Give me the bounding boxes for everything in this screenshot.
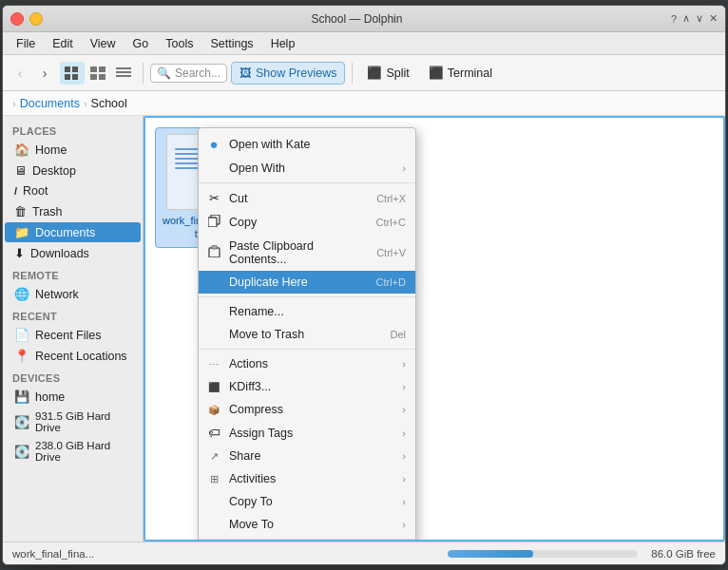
sidebar-item-recent-locations[interactable]: 📍 Recent Locations (5, 346, 141, 366)
ctx-shortcut: Ctrl+D (376, 276, 406, 288)
sidebar-item-home[interactable]: 🏠 Home (5, 140, 141, 160)
breadcrumb: › Documents › School (3, 91, 725, 116)
ctx-sep-2 (199, 296, 415, 297)
ctx-share[interactable]: ↗ Share › (199, 445, 415, 467)
menu-view[interactable]: View (83, 35, 124, 52)
sidebar-item-label: Recent Locations (35, 350, 127, 363)
ctx-move-to-trash[interactable]: Move to Trash Del (199, 323, 415, 346)
terminal-button[interactable]: ⬛ Terminal (421, 62, 500, 84)
ctx-label: Rename... (229, 305, 406, 318)
ctx-shortcut: Ctrl+V (376, 247, 406, 258)
recent-files-icon: 📄 (14, 328, 29, 342)
cut-icon: ✂ (206, 191, 221, 205)
ctx-rename[interactable]: Rename... (199, 300, 415, 323)
sidebar-item-root[interactable]: / Root (5, 181, 141, 200)
window-controls (10, 12, 43, 26)
recent-locations-icon: 📍 (14, 349, 29, 363)
ctx-activities[interactable]: ⊞ Activities › (199, 467, 415, 490)
title-bar: School — Dolphin ? ∧ ∨ ✕ (3, 6, 725, 32)
breadcrumb-documents[interactable]: Documents (20, 97, 80, 110)
back-button[interactable]: ‹ (9, 62, 31, 85)
sidebar-item-home-device[interactable]: 💾 home (5, 387, 141, 407)
menu-help[interactable]: Help (263, 35, 303, 52)
assign-tags-icon: 🏷 (206, 426, 221, 440)
ctx-label: KDiff3... (229, 380, 394, 393)
content-area: work_final_final.txt work_fin (144, 116, 725, 542)
help-icon[interactable]: ? (671, 13, 677, 25)
main-area: Places 🏠 Home 🖥 Desktop / Root 🗑 Trash 📁… (3, 116, 725, 542)
sidebar-item-238-drive[interactable]: 💽 238.0 GiB Hard Drive (5, 437, 141, 466)
chevron-down-icon[interactable]: ∨ (696, 12, 703, 25)
toolbar-sep-1 (143, 63, 144, 84)
submenu-arrow: › (402, 450, 406, 462)
sidebar-item-label: 238.0 GiB Hard Drive (35, 440, 131, 463)
sidebar-item-network[interactable]: 🌐 Network (5, 284, 141, 304)
ctx-move-to[interactable]: Move To › (199, 513, 415, 536)
menu-file[interactable]: File (9, 35, 43, 52)
ctx-duplicate-here[interactable]: Duplicate Here Ctrl+D (199, 271, 415, 294)
copy-icon (206, 215, 221, 230)
sidebar-item-931-drive[interactable]: 💽 931.5 GiB Hard Drive (5, 408, 141, 436)
svg-rect-3 (72, 74, 78, 80)
ctx-actions[interactable]: ⋯ Actions › (199, 352, 415, 375)
show-previews-icon: 🖼 (239, 66, 252, 80)
sidebar-section-devices: Devices (3, 367, 143, 386)
minimize-button[interactable] (29, 12, 43, 26)
split-button[interactable]: ⬛ Split (359, 62, 416, 84)
ctx-open-with[interactable]: Open With › (199, 157, 415, 180)
trash-icon: 🗑 (14, 204, 27, 218)
title-bar-right: ? ∧ ∨ ✕ (671, 12, 718, 25)
svg-rect-4 (90, 66, 97, 72)
forward-button[interactable]: › (33, 62, 56, 85)
actions-icon: ⋯ (206, 359, 221, 370)
menu-settings[interactable]: Settings (202, 35, 260, 52)
submenu-arrow: › (402, 473, 406, 484)
sidebar-item-documents[interactable]: 📁 Documents (5, 222, 141, 242)
sidebar-item-trash[interactable]: 🗑 Trash (5, 201, 141, 221)
submenu-arrow: › (402, 381, 406, 392)
ctx-assign-tags[interactable]: 🏷 Assign Tags › (199, 421, 415, 445)
sidebar-item-label: Desktop (32, 164, 76, 178)
compact-view-button[interactable] (86, 62, 110, 85)
ctx-copy[interactable]: Copy Ctrl+C (199, 210, 415, 235)
ctx-cut[interactable]: ✂ Cut Ctrl+X (199, 186, 415, 210)
toolbar: ‹ › 🔍 Search... 🖼 Show Previews ⬛ Spl (3, 55, 725, 91)
ctx-label: Paste Clipboard Contents... (229, 239, 369, 266)
search-box[interactable]: 🔍 Search... (150, 64, 227, 83)
sidebar-item-label: Home (35, 143, 67, 157)
ctx-label: Assign Tags (229, 427, 394, 440)
ctx-shortcut: Del (390, 329, 406, 340)
home-icon: 🏠 (14, 142, 29, 157)
ctx-label: Open with Kate (229, 138, 406, 151)
menu-tools[interactable]: Tools (158, 35, 201, 52)
ctx-copy-to[interactable]: Copy To › (199, 490, 415, 513)
ctx-open-with-kate[interactable]: ● Open with Kate (199, 131, 415, 157)
menu-go[interactable]: Go (125, 35, 157, 52)
sidebar-section-recent: Recent (3, 305, 143, 324)
home-device-icon: 💾 (14, 390, 29, 404)
show-previews-button[interactable]: 🖼 Show Previews (231, 62, 345, 85)
close-button[interactable] (10, 12, 24, 26)
ctx-paste[interactable]: Paste Clipboard Contents... Ctrl+V (199, 235, 415, 271)
menu-bar: File Edit View Go Tools Settings Help (3, 32, 725, 55)
menu-edit[interactable]: Edit (45, 35, 81, 52)
ctx-shortcut: Ctrl+C (376, 217, 406, 228)
sidebar-item-downloads[interactable]: ⬇ Downloads (5, 243, 141, 263)
hdd-238-icon: 💽 (14, 445, 29, 459)
chevron-up-icon[interactable]: ∧ (682, 12, 690, 25)
split-label: Split (386, 66, 409, 80)
sidebar-item-label: Trash (32, 205, 63, 218)
sidebar-item-desktop[interactable]: 🖥 Desktop (5, 161, 141, 180)
list-view-button[interactable] (111, 62, 136, 85)
ctx-sep-4 (199, 539, 415, 540)
icon-view-button[interactable] (60, 62, 85, 85)
window-close-icon[interactable]: ✕ (709, 12, 718, 25)
paste-icon (206, 245, 221, 260)
sidebar-item-recent-files[interactable]: 📄 Recent Files (5, 325, 141, 345)
svg-rect-5 (99, 66, 105, 72)
ctx-label: Copy (229, 216, 369, 229)
ctx-kdiff3[interactable]: ⬛ KDiff3... › (199, 375, 415, 398)
documents-icon: 📁 (14, 225, 29, 239)
ctx-compress[interactable]: 📦 Compress › (199, 398, 415, 421)
compress-icon: 📦 (206, 405, 221, 415)
